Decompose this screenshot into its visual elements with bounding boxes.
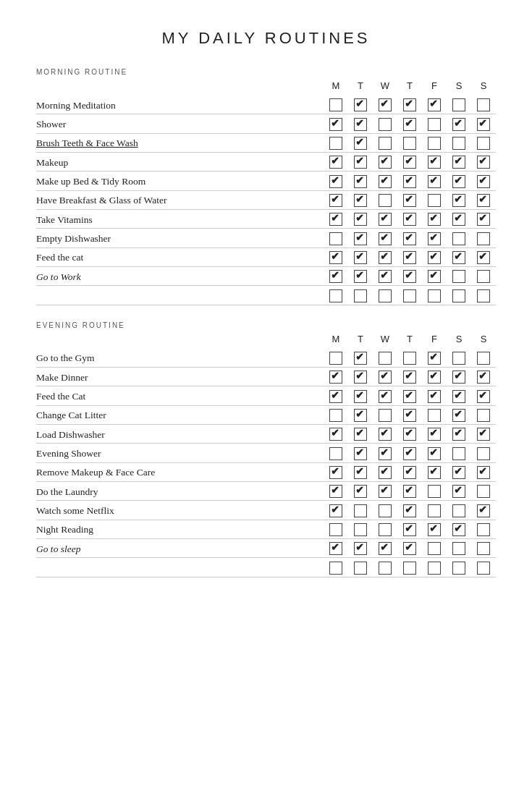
checkbox[interactable] <box>354 194 367 207</box>
checkbox[interactable] <box>379 352 392 365</box>
checkbox[interactable] <box>452 390 465 403</box>
checkbox[interactable] <box>477 156 490 169</box>
checkbox[interactable] <box>477 485 490 498</box>
checkbox[interactable] <box>329 542 342 555</box>
checkbox[interactable] <box>403 485 416 498</box>
checkbox[interactable] <box>452 289 465 302</box>
checkbox[interactable] <box>329 137 342 150</box>
checkbox[interactable] <box>403 270 416 283</box>
checkbox[interactable] <box>354 562 367 575</box>
checkbox[interactable] <box>354 251 367 264</box>
checkbox[interactable] <box>428 466 441 479</box>
checkbox[interactable] <box>403 98 416 111</box>
checkbox[interactable] <box>329 562 342 575</box>
checkbox[interactable] <box>477 213 490 226</box>
checkbox[interactable] <box>379 447 392 460</box>
checkbox[interactable] <box>477 232 490 245</box>
checkbox[interactable] <box>354 232 367 245</box>
checkbox[interactable] <box>329 523 342 536</box>
checkbox[interactable] <box>452 232 465 245</box>
checkbox[interactable] <box>428 194 441 207</box>
checkbox[interactable] <box>379 466 392 479</box>
checkbox[interactable] <box>452 371 465 384</box>
checkbox[interactable] <box>428 270 441 283</box>
checkbox[interactable] <box>477 194 490 207</box>
checkbox[interactable] <box>477 251 490 264</box>
checkbox[interactable] <box>428 390 441 403</box>
checkbox[interactable] <box>403 352 416 365</box>
checkbox[interactable] <box>428 98 441 111</box>
checkbox[interactable] <box>329 175 342 188</box>
checkbox[interactable] <box>428 137 441 150</box>
checkbox[interactable] <box>477 371 490 384</box>
checkbox[interactable] <box>354 504 367 517</box>
checkbox[interactable] <box>403 213 416 226</box>
checkbox[interactable] <box>354 466 367 479</box>
checkbox[interactable] <box>452 409 465 422</box>
checkbox[interactable] <box>403 137 416 150</box>
checkbox[interactable] <box>379 390 392 403</box>
checkbox[interactable] <box>329 390 342 403</box>
checkbox[interactable] <box>428 251 441 264</box>
checkbox[interactable] <box>329 213 342 226</box>
checkbox[interactable] <box>379 194 392 207</box>
checkbox[interactable] <box>477 118 490 131</box>
checkbox[interactable] <box>403 542 416 555</box>
checkbox[interactable] <box>477 409 490 422</box>
checkbox[interactable] <box>428 542 441 555</box>
checkbox[interactable] <box>379 409 392 422</box>
checkbox[interactable] <box>379 562 392 575</box>
checkbox[interactable] <box>379 175 392 188</box>
checkbox[interactable] <box>329 270 342 283</box>
checkbox[interactable] <box>379 504 392 517</box>
checkbox[interactable] <box>428 485 441 498</box>
checkbox[interactable] <box>329 504 342 517</box>
checkbox[interactable] <box>403 232 416 245</box>
checkbox[interactable] <box>403 466 416 479</box>
checkbox[interactable] <box>428 175 441 188</box>
checkbox[interactable] <box>477 390 490 403</box>
checkbox[interactable] <box>428 371 441 384</box>
checkbox[interactable] <box>428 289 441 302</box>
checkbox[interactable] <box>403 251 416 264</box>
checkbox[interactable] <box>477 428 490 441</box>
checkbox[interactable] <box>403 447 416 460</box>
checkbox[interactable] <box>477 352 490 365</box>
checkbox[interactable] <box>403 428 416 441</box>
checkbox[interactable] <box>354 289 367 302</box>
checkbox[interactable] <box>428 504 441 517</box>
checkbox[interactable] <box>477 289 490 302</box>
checkbox[interactable] <box>403 523 416 536</box>
checkbox[interactable] <box>452 137 465 150</box>
checkbox[interactable] <box>428 428 441 441</box>
checkbox[interactable] <box>477 504 490 517</box>
checkbox[interactable] <box>477 562 490 575</box>
checkbox[interactable] <box>428 213 441 226</box>
checkbox[interactable] <box>403 175 416 188</box>
checkbox[interactable] <box>477 98 490 111</box>
checkbox[interactable] <box>477 466 490 479</box>
checkbox[interactable] <box>354 409 367 422</box>
checkbox[interactable] <box>403 390 416 403</box>
checkbox[interactable] <box>477 523 490 536</box>
checkbox[interactable] <box>403 289 416 302</box>
checkbox[interactable] <box>379 156 392 169</box>
checkbox[interactable] <box>354 270 367 283</box>
checkbox[interactable] <box>477 270 490 283</box>
checkbox[interactable] <box>452 504 465 517</box>
checkbox[interactable] <box>379 289 392 302</box>
checkbox[interactable] <box>428 156 441 169</box>
checkbox[interactable] <box>477 542 490 555</box>
checkbox[interactable] <box>428 352 441 365</box>
checkbox[interactable] <box>428 523 441 536</box>
checkbox[interactable] <box>452 251 465 264</box>
checkbox[interactable] <box>428 118 441 131</box>
checkbox[interactable] <box>403 118 416 131</box>
checkbox[interactable] <box>452 118 465 131</box>
checkbox[interactable] <box>354 485 367 498</box>
checkbox[interactable] <box>403 371 416 384</box>
checkbox[interactable] <box>329 352 342 365</box>
checkbox[interactable] <box>452 352 465 365</box>
checkbox[interactable] <box>354 390 367 403</box>
checkbox[interactable] <box>329 371 342 384</box>
